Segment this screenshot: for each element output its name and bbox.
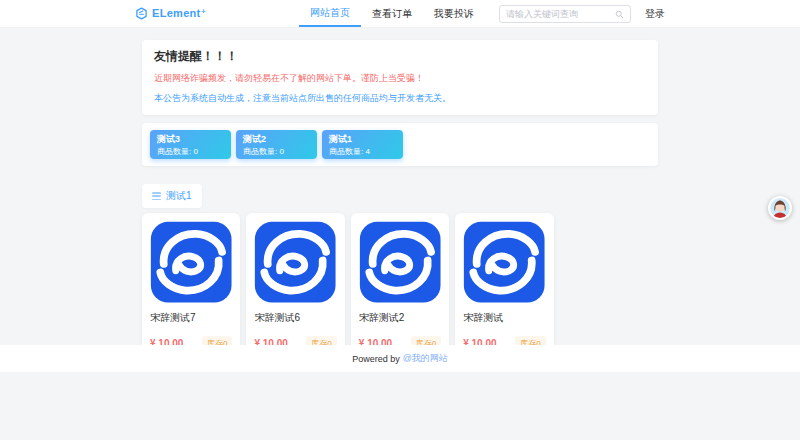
product-logo-swirl-icon <box>254 221 336 303</box>
nav-item-home[interactable]: 网站首页 <box>299 0 361 27</box>
product-logo-swirl-icon <box>359 221 441 303</box>
avatar-girl-icon <box>770 198 790 218</box>
brand-logo[interactable]: ELement⁺ <box>135 7 207 20</box>
category-card: 测试3 商品数量: 0 测试2 商品数量: 0 测试1 商品数量: 4 <box>142 123 658 166</box>
category-name: 测试3 <box>157 134 224 144</box>
section-header-pill[interactable]: 测试1 <box>142 184 202 208</box>
top-navbar: ELement⁺ 网站首页 查看订单 我要投诉 登录 <box>0 0 800 28</box>
element-hexagon-icon <box>135 7 148 20</box>
search-input[interactable] <box>506 9 615 19</box>
section-title: 测试1 <box>166 189 192 203</box>
login-button[interactable]: 登录 <box>645 7 665 21</box>
category-tile-test2[interactable]: 测试2 商品数量: 0 <box>236 130 317 159</box>
product-title: 宋辞测试6 <box>254 311 336 325</box>
category-name: 测试1 <box>329 134 396 144</box>
product-grid: 宋辞测试7 ¥ 10.00 库存0 宋辞测试6 ¥ 10.00 库存0 <box>142 213 658 359</box>
product-logo-swirl-icon <box>150 221 232 303</box>
product-card[interactable]: 宋辞测试 ¥ 10.00 库存0 <box>455 213 553 359</box>
category-tile-test3[interactable]: 测试3 商品数量: 0 <box>150 130 231 159</box>
category-count: 商品数量: 0 <box>243 147 310 156</box>
nav-item-complaint[interactable]: 我要投诉 <box>423 0 485 27</box>
product-card[interactable]: 宋辞测试6 ¥ 10.00 库存0 <box>246 213 344 359</box>
product-card[interactable]: 宋辞测试7 ¥ 10.00 库存0 <box>142 213 240 359</box>
category-count: 商品数量: 0 <box>157 147 224 156</box>
product-logo-swirl-icon <box>463 221 545 303</box>
floating-avatar-button[interactable] <box>768 196 792 220</box>
product-title: 宋辞测试7 <box>150 311 232 325</box>
category-tile-test1[interactable]: 测试1 商品数量: 4 <box>322 130 403 159</box>
category-count: 商品数量: 4 <box>329 147 396 156</box>
notice-warning-line: 近期网络诈骗频发，请勿轻易在不了解的网站下单。谨防上当受骗！ <box>154 72 646 85</box>
powered-by-text: Powered by <box>352 354 400 364</box>
keyword-search-box[interactable] <box>499 5 631 23</box>
product-card[interactable]: 宋辞测试2 ¥ 10.00 库存0 <box>351 213 449 359</box>
notice-info-line: 本公告为系统自动生成，注意当前站点所出售的任何商品均与开发者无关。 <box>154 92 646 105</box>
product-title: 宋辞测试2 <box>359 311 441 325</box>
nav-item-orders[interactable]: 查看订单 <box>361 0 423 27</box>
menu-lines-icon <box>152 192 161 200</box>
search-icon[interactable] <box>615 5 624 23</box>
footer-site-link[interactable]: @我的网站 <box>403 352 448 365</box>
page-footer: Powered by @我的网站 <box>0 345 800 372</box>
category-name: 测试2 <box>243 134 310 144</box>
product-title: 宋辞测试 <box>463 311 545 325</box>
main-content: 友情提醒！！！ 近期网络诈骗频发，请勿轻易在不了解的网站下单。谨防上当受骗！ 本… <box>0 28 800 359</box>
brand-name: ELement⁺ <box>152 7 207 20</box>
notice-title: 友情提醒！！！ <box>154 48 646 65</box>
notice-card: 友情提醒！！！ 近期网络诈骗频发，请勿轻易在不了解的网站下单。谨防上当受骗！ 本… <box>142 40 658 115</box>
